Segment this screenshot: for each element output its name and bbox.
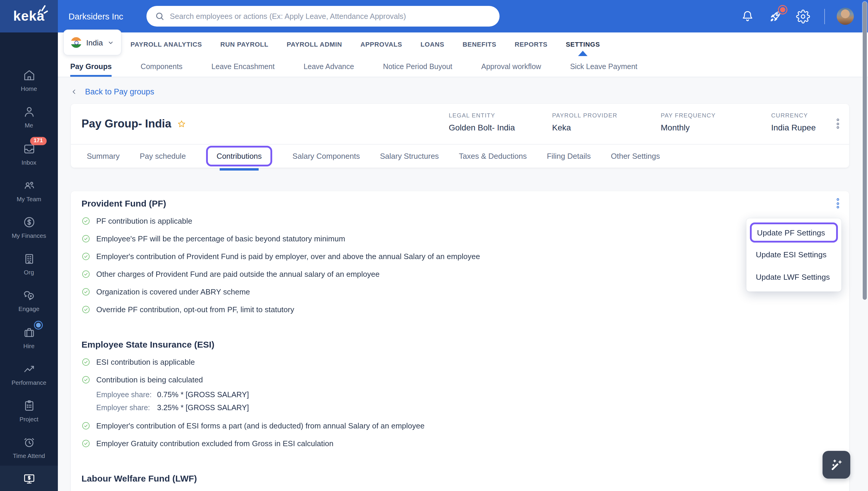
employer-share-row: Employer share: 3.25% * [GROSS SALARY] — [96, 403, 838, 412]
gear-icon — [796, 9, 810, 23]
global-search[interactable] — [146, 6, 499, 27]
paygroup-tabs: Summary Pay schedule Contributions Salar… — [71, 144, 849, 168]
person-icon — [22, 105, 36, 119]
contributions-card: Provident Fund (PF) PF contribution is a… — [71, 191, 849, 491]
briefcase-icon — [22, 325, 36, 339]
sidebar-item-inbox[interactable]: 171 Inbox — [0, 136, 58, 172]
annotation-highlight-box: Update PF Settings — [750, 223, 838, 242]
page-scrollbar — [861, 0, 868, 491]
subnav-components[interactable]: Components — [141, 56, 183, 77]
rocket-badge — [780, 7, 785, 12]
pf-item: PF contribution is applicable — [82, 215, 838, 226]
subnav-pay-groups[interactable]: Pay Groups — [70, 56, 112, 77]
user-avatar[interactable] — [837, 8, 854, 25]
tab-taxes-deductions[interactable]: Taxes & Deductions — [459, 152, 527, 161]
trend-up-icon — [22, 362, 36, 376]
country-label: India — [86, 38, 103, 47]
subnav-sick-leave-payment[interactable]: Sick Leave Payment — [570, 56, 637, 77]
settings-button[interactable] — [796, 9, 810, 23]
tab-salary-components[interactable]: Salary Components — [292, 152, 360, 161]
contributions-context-menu: Update PF Settings Update ESI Settings U… — [746, 219, 841, 291]
topbar: keka Darksiders Inc — [0, 0, 868, 32]
subnav-leave-advance[interactable]: Leave Advance — [304, 56, 354, 77]
sidebar-item-my-team[interactable]: My Team — [0, 172, 58, 209]
sidebar-item-org[interactable]: Org — [0, 246, 58, 282]
topbar-divider — [824, 8, 825, 24]
subnav-notice-period-buyout[interactable]: Notice Period Buyout — [383, 56, 452, 77]
module-nav: India PAYROLL ANALYTICS RUN PAYROLL PAYR… — [58, 32, 868, 56]
contributions-kebab-menu[interactable] — [835, 197, 841, 210]
tab-pay-schedule[interactable]: Pay schedule — [140, 152, 186, 161]
sidebar-item-project[interactable]: Project — [0, 393, 58, 429]
search-input[interactable] — [170, 12, 491, 21]
sidebar-label: Home — [21, 86, 37, 92]
nav-settings[interactable]: SETTINGS — [566, 32, 600, 56]
nav-reports[interactable]: REPORTS — [514, 32, 548, 56]
star-icon[interactable] — [176, 119, 187, 129]
sidebar-item-time-attend[interactable]: Time Attend — [0, 429, 58, 466]
sidebar-item-my-finances[interactable]: My Finances — [0, 209, 58, 246]
meta-currency: CURRENCY India Rupee — [771, 112, 816, 132]
meta-pay-frequency: PAY FREQUENCY Monthly — [661, 112, 771, 132]
subnav-leave-encashment[interactable]: Leave Encashment — [212, 56, 275, 77]
notifications-button[interactable] — [740, 9, 754, 23]
menu-update-esi-settings[interactable]: Update ESI Settings — [746, 243, 841, 266]
sidebar-item-me[interactable]: Me — [0, 98, 58, 135]
check-circle-icon — [82, 252, 90, 261]
nav-payroll-admin[interactable]: PAYROLL ADMIN — [287, 32, 342, 56]
settings-subnav: Pay Groups Components Leave Encashment L… — [58, 56, 868, 77]
esi-item: Employer's contribution of ESI forms a p… — [82, 420, 838, 431]
paygroup-kebab-menu[interactable] — [835, 117, 841, 131]
sidebar: Home Me 171 Inbox My Team — [0, 32, 58, 491]
rocket-icon — [768, 9, 782, 23]
menu-update-pf-settings[interactable]: Update PF Settings — [752, 224, 836, 241]
nav-run-payroll[interactable]: RUN PAYROLL — [220, 32, 269, 56]
sidebar-item-home[interactable]: Home — [0, 62, 58, 98]
nav-loans[interactable]: LOANS — [420, 32, 444, 56]
check-circle-icon — [82, 305, 90, 314]
back-to-pay-groups-link[interactable]: Back to Pay groups — [71, 87, 154, 96]
country-selector[interactable]: India — [63, 30, 122, 55]
check-circle-icon — [82, 439, 90, 447]
hire-dot-badge — [36, 322, 40, 327]
sidebar-item-payroll[interactable] — [0, 466, 58, 491]
sidebar-label: My Team — [17, 196, 41, 202]
paygroup-title: Pay Group- India — [82, 117, 187, 131]
sidebar-item-hire[interactable]: Hire — [0, 319, 58, 355]
meta-legal-entity: LEGAL ENTITY Golden Bolt- India — [449, 112, 552, 132]
search-icon — [155, 11, 164, 21]
menu-update-lwf-settings[interactable]: Update LWF Settings — [746, 266, 841, 288]
meta-payroll-provider: PAYROLL PROVIDER Keka — [552, 112, 661, 132]
esi-item: ESI contribution is applicable — [82, 356, 838, 367]
sidebar-item-performance[interactable]: Performance — [0, 356, 58, 393]
keka-logo[interactable]: keka — [0, 0, 58, 32]
pf-item: Override PF contribution, opt-out from P… — [82, 304, 838, 315]
dollar-circle-icon — [22, 215, 36, 229]
sidebar-label: Engage — [18, 306, 39, 313]
tab-filing-details[interactable]: Filing Details — [547, 152, 591, 161]
assistant-wand-button[interactable] — [822, 451, 850, 479]
check-circle-icon — [82, 269, 90, 278]
check-circle-icon — [82, 421, 90, 430]
paygroup-meta: LEGAL ENTITY Golden Bolt- India PAYROLL … — [449, 112, 816, 132]
nav-payroll-analytics[interactable]: PAYROLL ANALYTICS — [131, 32, 202, 56]
tab-summary[interactable]: Summary — [87, 152, 119, 161]
lwf-section-title: Labour Welfare Fund (LWF) — [82, 473, 838, 483]
india-flag-icon — [71, 37, 82, 48]
logo-spark-icon — [37, 5, 49, 15]
sidebar-label: Inbox — [22, 159, 36, 166]
tab-other-settings[interactable]: Other Settings — [611, 152, 660, 161]
nav-approvals[interactable]: APPROVALS — [361, 32, 402, 56]
home-icon — [22, 68, 36, 82]
subnav-approval-workflow[interactable]: Approval workflow — [481, 56, 541, 77]
clipboard-icon — [22, 399, 36, 412]
nav-benefits[interactable]: BENEFITS — [463, 32, 496, 56]
pf-item: Employer's contribution of Provident Fun… — [82, 251, 838, 261]
payroll-monitor-icon — [22, 472, 36, 486]
scrollbar-thumb[interactable] — [863, 2, 867, 300]
company-name: Darksiders Inc — [68, 11, 123, 21]
tab-salary-structures[interactable]: Salary Structures — [380, 152, 439, 161]
tab-contributions[interactable]: Contributions — [216, 152, 261, 161]
whats-new-button[interactable] — [768, 9, 782, 23]
sidebar-item-engage[interactable]: Engage — [0, 282, 58, 319]
